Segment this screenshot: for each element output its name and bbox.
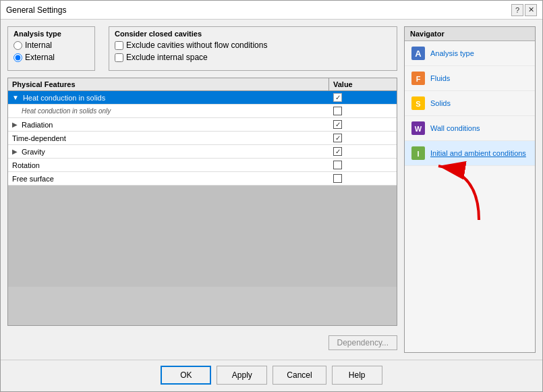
expand-icon[interactable]: ▶ <box>12 121 18 128</box>
cancel-button[interactable]: Cancel <box>273 366 326 385</box>
apply-button[interactable]: Apply <box>217 366 267 385</box>
help-button[interactable]: ? <box>511 4 523 16</box>
red-arrow-svg <box>418 159 499 227</box>
row-value <box>329 159 397 171</box>
row-feature-label: Free surface <box>8 173 329 184</box>
left-panel: Analysis type Internal External Consider… <box>7 26 397 353</box>
radio-internal-label: Internal <box>25 40 52 50</box>
feature-name: Gravity <box>22 148 45 156</box>
table-row[interactable]: Time-dependent <box>8 132 397 145</box>
svg-text:W: W <box>415 125 422 133</box>
content-area: Analysis type Internal External Consider… <box>1 20 542 360</box>
nav-label-wall-conditions: Wall conditions <box>430 124 480 132</box>
row-feature-label: ▼ Heat conduction in solids <box>8 92 329 103</box>
table-row[interactable]: Rotation <box>8 159 397 172</box>
feature-checkbox[interactable] <box>333 107 342 115</box>
nav-item-fluids[interactable]: F Fluids <box>405 66 535 91</box>
cb-exclude-internal-input[interactable] <box>115 53 123 62</box>
dependency-button[interactable]: Dependency... <box>328 335 398 350</box>
arrow-area <box>405 166 535 352</box>
feature-checkbox[interactable] <box>333 134 342 142</box>
table-header: Physical Features Value <box>8 78 397 91</box>
svg-text:I: I <box>417 150 419 158</box>
row-value <box>329 92 397 103</box>
window-title: General Settings <box>6 5 66 15</box>
feature-checkbox[interactable] <box>333 161 342 169</box>
cb-exclude-no-flow-label: Exclude cavities without flow conditions <box>126 40 267 50</box>
bottom-buttons: OK Apply Cancel Help <box>1 360 542 391</box>
row-feature-label: ▶ Radiation <box>8 119 329 130</box>
feature-name: Heat conduction in solids <box>23 94 105 102</box>
row-value <box>329 132 397 144</box>
ok-button[interactable]: OK <box>161 366 211 385</box>
table-row[interactable]: ▶ Gravity <box>8 145 397 159</box>
title-bar: General Settings ? ✕ <box>1 1 542 20</box>
empty-area <box>8 186 397 287</box>
cb-exclude-internal[interactable]: Exclude internal space <box>115 53 390 62</box>
dialog-window: General Settings ? ✕ Analysis type Inter… <box>0 0 543 392</box>
radio-internal[interactable]: Internal <box>13 40 88 50</box>
title-bar-left: General Settings <box>6 5 66 15</box>
radio-internal-input[interactable] <box>13 41 22 50</box>
col-value-header: Value <box>329 78 397 90</box>
svg-text:F: F <box>416 75 421 83</box>
wall-conditions-icon: W <box>410 120 426 136</box>
solids-icon: S <box>410 95 426 111</box>
dependency-row: Dependency... <box>7 333 397 353</box>
radio-external-label: External <box>25 53 55 62</box>
top-section: Analysis type Internal External Consider… <box>7 26 397 71</box>
row-value <box>329 105 397 117</box>
analysis-type-icon: A <box>410 45 426 61</box>
nav-label-fluids: Fluids <box>430 74 450 82</box>
feature-checkbox[interactable] <box>333 147 342 156</box>
nav-item-analysis-type[interactable]: A Analysis type <box>405 41 535 66</box>
row-value <box>329 119 397 130</box>
feature-name: Time-dependent <box>12 134 66 142</box>
row-value <box>329 146 397 157</box>
feature-name: Free surface <box>12 175 54 183</box>
expand-icon[interactable]: ▶ <box>12 148 18 155</box>
svg-text:A: A <box>415 49 422 59</box>
row-feature-label: Rotation <box>8 160 329 171</box>
navigator-panel: Navigator A Analysis type F <box>404 26 536 353</box>
analysis-type-label: Analysis type <box>13 30 88 38</box>
feature-checkbox[interactable] <box>333 120 342 129</box>
nav-item-wall-conditions[interactable]: W Wall conditions <box>405 116 535 141</box>
feature-name: Rotation <box>12 161 40 169</box>
feature-name: Heat conduction in solids only <box>22 107 111 115</box>
table-body: ▼ Heat conduction in solids Heat conduct… <box>8 91 397 325</box>
svg-text:S: S <box>416 100 420 108</box>
row-value <box>329 173 397 184</box>
nav-label-solids: Solids <box>430 99 451 107</box>
cb-exclude-internal-label: Exclude internal space <box>126 53 208 62</box>
expand-icon[interactable]: ▼ <box>12 94 19 101</box>
col-feature-header: Physical Features <box>8 78 329 90</box>
row-feature-label: ▶ Gravity <box>8 146 329 157</box>
fluids-icon: F <box>410 70 426 86</box>
close-button[interactable]: ✕ <box>525 4 537 16</box>
nav-label-initial-ambient: Initial and ambient conditions <box>430 149 526 157</box>
table-row[interactable]: Heat conduction in solids only <box>8 105 397 118</box>
help-dialog-button[interactable]: Help <box>332 366 382 385</box>
feature-checkbox[interactable] <box>333 174 342 183</box>
table-row[interactable]: ▼ Heat conduction in solids <box>8 91 397 105</box>
features-table: Physical Features Value ▼ Heat conductio… <box>7 78 397 326</box>
table-row[interactable]: ▶ Radiation <box>8 118 397 132</box>
radio-external-input[interactable] <box>13 53 22 62</box>
nav-label-analysis-type: Analysis type <box>430 49 474 57</box>
title-bar-controls: ? ✕ <box>511 4 537 16</box>
nav-item-solids[interactable]: S Solids <box>405 91 535 116</box>
row-feature-label: Time-dependent <box>8 133 329 144</box>
cb-exclude-no-flow-input[interactable] <box>115 41 123 50</box>
feature-checkbox[interactable] <box>333 93 342 102</box>
radio-external[interactable]: External <box>13 53 88 62</box>
table-row[interactable]: Free surface <box>8 172 397 186</box>
closed-cavities-label: Consider closed cavities <box>115 30 390 38</box>
row-feature-label: Heat conduction in solids only <box>8 106 329 116</box>
cb-exclude-no-flow[interactable]: Exclude cavities without flow conditions <box>115 40 390 50</box>
feature-name: Radiation <box>22 121 53 129</box>
navigator-title: Navigator <box>405 27 535 41</box>
closed-cavities-group: Consider closed cavities Exclude cavitie… <box>109 26 397 71</box>
analysis-type-group: Analysis type Internal External <box>7 26 95 71</box>
